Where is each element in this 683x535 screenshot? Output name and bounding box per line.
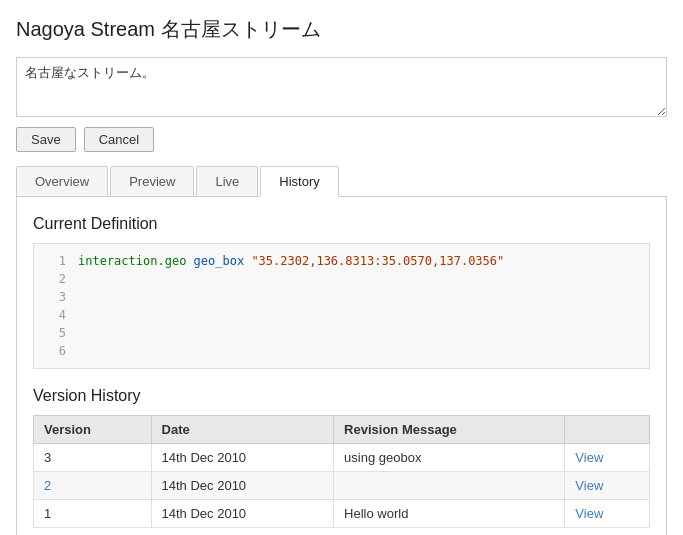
code-line-1: 1 interaction.geo geo_box "35.2302,136.8… <box>34 252 649 270</box>
code-line-5: 5 <box>34 324 649 342</box>
tab-bar: Overview Preview Live History <box>16 166 667 197</box>
code-content-5 <box>78 324 85 342</box>
table-row: 1 14th Dec 2010 Hello world View <box>34 500 650 528</box>
tab-overview[interactable]: Overview <box>16 166 108 196</box>
revision-message <box>334 472 565 500</box>
table-row: 3 14th Dec 2010 using geobox View <box>34 444 650 472</box>
col-header-version: Version <box>34 416 152 444</box>
revision-message: Hello world <box>334 500 565 528</box>
version-action-cell: View <box>565 500 650 528</box>
code-string: "35.2302,136.8313:35.0570,137.0356" <box>244 254 504 268</box>
cancel-button[interactable]: Cancel <box>84 127 154 152</box>
version-num-link-2[interactable]: 2 <box>44 478 51 493</box>
code-content-3 <box>78 288 85 306</box>
tab-content-history: Current Definition 1 interaction.geo geo… <box>16 197 667 535</box>
tab-preview[interactable]: Preview <box>110 166 194 196</box>
code-block: 1 interaction.geo geo_box "35.2302,136.8… <box>33 243 650 369</box>
col-header-date: Date <box>151 416 334 444</box>
code-line-2: 2 <box>34 270 649 288</box>
version-number: 3 <box>34 444 152 472</box>
view-link-3[interactable]: View <box>575 450 603 465</box>
line-num-4: 4 <box>42 306 66 324</box>
line-num-1: 1 <box>42 252 66 270</box>
code-content-2 <box>78 270 85 288</box>
line-num-2: 2 <box>42 270 66 288</box>
col-header-action <box>565 416 650 444</box>
line-num-3: 3 <box>42 288 66 306</box>
page-title: Nagoya Stream 名古屋ストリーム <box>16 16 667 43</box>
save-button[interactable]: Save <box>16 127 76 152</box>
revision-message: using geobox <box>334 444 565 472</box>
table-header-row: Version Date Revision Message <box>34 416 650 444</box>
code-line-3: 3 <box>34 288 649 306</box>
code-line-4: 4 <box>34 306 649 324</box>
table-row: 2 14th Dec 2010 View <box>34 472 650 500</box>
code-content-1: interaction.geo geo_box "35.2302,136.831… <box>78 252 504 270</box>
version-table: Version Date Revision Message 3 14th Dec… <box>33 415 650 528</box>
version-date: 14th Dec 2010 <box>151 472 334 500</box>
version-action-cell: View <box>565 444 650 472</box>
line-num-5: 5 <box>42 324 66 342</box>
version-date: 14th Dec 2010 <box>151 500 334 528</box>
description-textarea[interactable] <box>16 57 667 117</box>
code-content-4 <box>78 306 85 324</box>
version-number: 2 <box>34 472 152 500</box>
version-action-cell: View <box>565 472 650 500</box>
version-date: 14th Dec 2010 <box>151 444 334 472</box>
tab-history[interactable]: History <box>260 166 338 197</box>
line-num-6: 6 <box>42 342 66 360</box>
view-link-1[interactable]: View <box>575 506 603 521</box>
code-keyword: interaction.geo <box>78 254 186 268</box>
view-link-2[interactable]: View <box>575 478 603 493</box>
col-header-message: Revision Message <box>334 416 565 444</box>
version-history-title: Version History <box>33 387 650 405</box>
code-content-6 <box>78 342 85 360</box>
tab-live[interactable]: Live <box>196 166 258 196</box>
version-number: 1 <box>34 500 152 528</box>
current-definition-title: Current Definition <box>33 215 650 233</box>
code-method: geo_box <box>186 254 244 268</box>
action-buttons: Save Cancel <box>16 127 667 152</box>
code-line-6: 6 <box>34 342 649 360</box>
